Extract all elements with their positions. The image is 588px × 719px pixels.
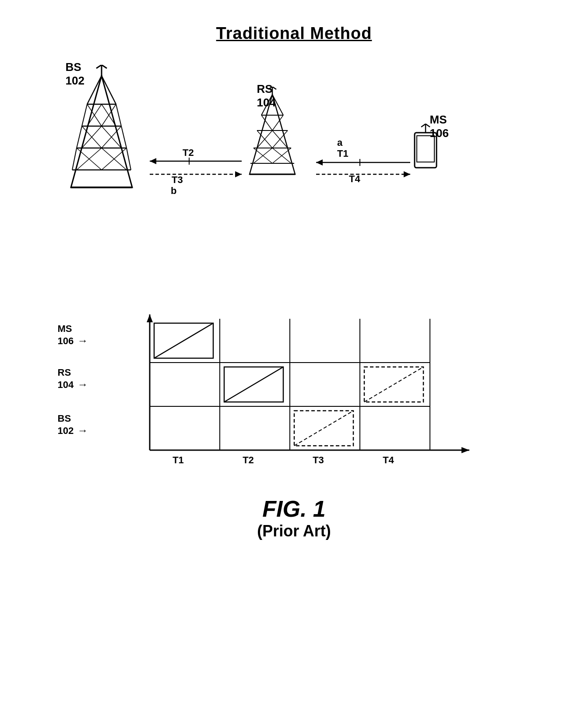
svg-text:T2: T2 bbox=[183, 147, 194, 158]
timeline-grid: T1 T2 T3 T4 bbox=[141, 310, 474, 468]
svg-line-1 bbox=[96, 65, 102, 68]
svg-text:T2: T2 bbox=[243, 455, 254, 465]
svg-line-13 bbox=[116, 104, 121, 126]
page-title: Traditional Method bbox=[216, 24, 372, 43]
svg-text:a: a bbox=[337, 137, 343, 148]
svg-marker-76 bbox=[461, 447, 469, 453]
ms-label: MS 106 bbox=[430, 113, 449, 140]
svg-line-53 bbox=[421, 124, 426, 127]
page-container: Traditional Method BS 102 bbox=[0, 0, 588, 719]
bs-tower bbox=[67, 65, 137, 194]
svg-line-88 bbox=[294, 411, 353, 446]
svg-marker-68 bbox=[316, 159, 323, 166]
grid-section: MS 106 → RS 104 → BS 102 → bbox=[53, 310, 535, 469]
svg-line-10 bbox=[77, 126, 82, 148]
figure-label: FIG. 1 (Prior Art) bbox=[257, 496, 331, 540]
svg-marker-64 bbox=[235, 171, 242, 177]
row-label-ms: MS 106 → bbox=[58, 323, 88, 347]
svg-line-14 bbox=[121, 126, 127, 148]
svg-marker-32 bbox=[250, 95, 295, 174]
svg-text:T4: T4 bbox=[383, 455, 394, 465]
svg-line-90 bbox=[364, 367, 423, 402]
svg-line-9 bbox=[82, 104, 87, 126]
svg-line-54 bbox=[426, 124, 430, 127]
svg-text:T4: T4 bbox=[349, 173, 360, 184]
svg-marker-72 bbox=[404, 171, 410, 177]
svg-marker-59 bbox=[150, 158, 156, 164]
svg-text:b: b bbox=[171, 185, 176, 196]
svg-line-86 bbox=[224, 367, 283, 402]
svg-text:T1: T1 bbox=[173, 455, 184, 465]
row-label-bs: BS 102 → bbox=[58, 413, 88, 437]
svg-text:T3: T3 bbox=[313, 455, 324, 465]
rs-tower bbox=[246, 87, 299, 180]
svg-text:T1: T1 bbox=[337, 148, 349, 159]
svg-line-2 bbox=[102, 65, 107, 68]
row-label-rs: RS 104 → bbox=[58, 367, 88, 391]
svg-line-84 bbox=[154, 323, 213, 358]
diagram-area: BS 102 bbox=[53, 56, 535, 301]
svg-marker-74 bbox=[147, 314, 153, 322]
svg-text:T3: T3 bbox=[172, 174, 183, 185]
svg-line-30 bbox=[268, 87, 272, 89]
svg-line-31 bbox=[272, 87, 276, 89]
